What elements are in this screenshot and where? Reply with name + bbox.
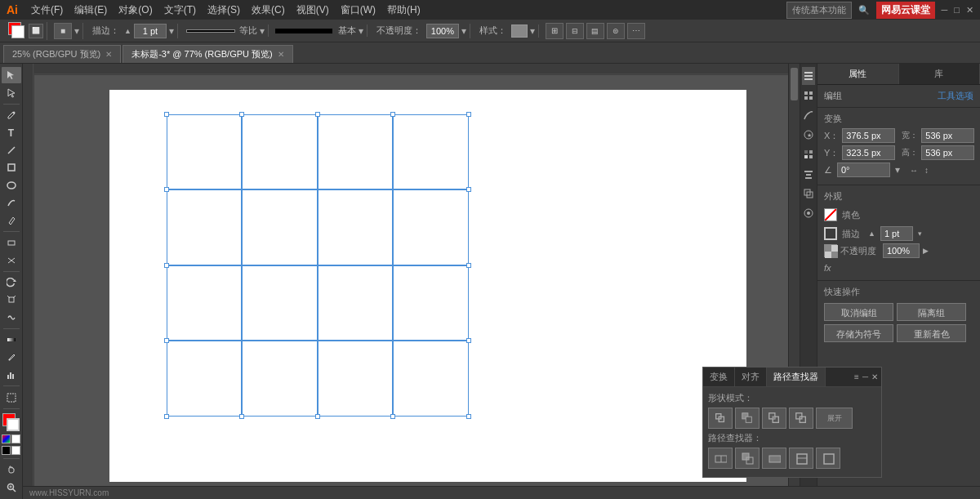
stroke-value-input[interactable] — [880, 226, 913, 241]
align-panel-icon[interactable] — [802, 165, 815, 183]
pathfinder-panel-icon[interactable] — [802, 185, 815, 203]
scroll-thumb-vertical[interactable] — [791, 68, 798, 100]
stroke-up-icon[interactable]: ▲ — [868, 229, 875, 238]
toolbar-grid-btn[interactable]: ⊟ — [566, 23, 584, 39]
stroke-down-icon[interactable]: ▾ — [918, 229, 922, 238]
tool-hand[interactable] — [2, 461, 21, 478]
fill-none-btn[interactable]: ⬜ — [29, 24, 43, 38]
tool-options-btn[interactable]: 工具选项 — [938, 90, 973, 102]
toolbar-transform-btn[interactable]: ▤ — [586, 23, 604, 39]
opacity-dropdown[interactable]: ▾ — [461, 25, 466, 37]
selection-handle[interactable] — [315, 112, 320, 117]
selection-handle[interactable] — [390, 414, 395, 419]
menu-select[interactable]: 选择(S) — [203, 2, 245, 19]
tool-scissors[interactable] — [2, 252, 21, 268]
fx-btn[interactable]: fx — [824, 263, 831, 273]
tab-1[interactable]: 25% (RGB/GPU 预览) ✕ — [3, 45, 121, 63]
tool-eraser[interactable] — [2, 234, 21, 251]
selection-handle[interactable] — [164, 112, 169, 117]
no-color-btn[interactable] — [11, 434, 20, 443]
stroke-input[interactable] — [134, 24, 167, 38]
h-input[interactable] — [921, 145, 974, 160]
toolbar-align-btn[interactable]: ⊜ — [607, 23, 625, 39]
selection-handle[interactable] — [466, 338, 471, 343]
fp-tab-transform[interactable]: 变换 — [703, 368, 735, 386]
selection-handle[interactable] — [315, 414, 320, 419]
swatches-panel-icon[interactable] — [802, 145, 815, 163]
tab-library[interactable]: 库 — [899, 64, 981, 84]
stroke-unit-dropdown[interactable]: ▾ — [169, 25, 174, 37]
selection-handle[interactable] — [164, 187, 169, 192]
menu-help[interactable]: 帮助(H) — [382, 2, 425, 19]
tab-1-close[interactable]: ✕ — [105, 50, 112, 59]
tab-2[interactable]: 未标题-3* @ 77% (RGB/GPU 预览) ✕ — [122, 45, 293, 63]
pf-outline-btn[interactable] — [816, 448, 840, 469]
tool-rotate[interactable] — [2, 274, 21, 291]
menu-view[interactable]: 视图(V) — [292, 2, 334, 19]
properties-panel-icon[interactable] — [802, 67, 815, 85]
selection-handle[interactable] — [239, 414, 244, 419]
tool-line[interactable] — [2, 142, 21, 158]
tool-select[interactable] — [2, 67, 21, 83]
menu-type[interactable]: 文字(T) — [159, 2, 201, 19]
stroke-up-arrow[interactable]: ▲ — [124, 27, 131, 35]
window-close[interactable]: ✕ — [966, 5, 973, 16]
tool-scale[interactable] — [2, 292, 21, 308]
fp-tab-pathfinder[interactable]: 路径查找器 — [767, 368, 826, 386]
ungroup-btn[interactable]: 取消编组 — [824, 303, 893, 321]
y-input[interactable] — [842, 145, 895, 160]
opacity-input[interactable] — [426, 24, 459, 38]
style-swatch[interactable] — [511, 25, 528, 38]
menu-object[interactable]: 对象(O) — [114, 2, 157, 19]
angle-dropdown[interactable]: ▾ — [895, 164, 900, 176]
window-maximize[interactable]: □ — [954, 5, 960, 15]
angle-input[interactable] — [837, 163, 890, 177]
opacity-arrow-right[interactable]: ▶ — [923, 247, 929, 255]
selection-handle[interactable] — [164, 414, 169, 419]
tool-eyedropper[interactable] — [2, 350, 21, 366]
flip-v-btn[interactable]: ↕ — [924, 166, 929, 175]
recolor-btn[interactable]: 重新着色 — [897, 324, 966, 342]
canvas-area[interactable] — [23, 64, 800, 499]
menu-file[interactable]: 文件(F) — [26, 2, 68, 19]
shape-intersect-btn[interactable] — [762, 408, 786, 429]
tool-rect[interactable] — [2, 159, 21, 176]
tool-artboard[interactable] — [2, 389, 21, 405]
fill-color-swatch[interactable] — [824, 208, 837, 221]
selection-handle[interactable] — [239, 112, 244, 117]
selection-handle[interactable] — [164, 263, 169, 268]
pf-crop-btn[interactable] — [789, 448, 813, 469]
search-icon[interactable]: 🔍 — [858, 5, 870, 16]
tool-ellipse[interactable] — [2, 177, 21, 194]
appearance-panel-icon[interactable] — [802, 204, 815, 222]
pf-divide-btn[interactable] — [708, 448, 733, 469]
tool-direct-select[interactable] — [2, 84, 21, 100]
shape-mode-expand-btn[interactable]: 展开 — [816, 408, 853, 429]
toolbar-square-btn[interactable]: ■ — [54, 23, 72, 39]
toolbar-stroke-dropdown[interactable]: ▾ — [260, 25, 265, 37]
selection-handle[interactable] — [390, 112, 395, 117]
fill-stroke-indicator[interactable] — [8, 22, 26, 40]
style-dropdown[interactable]: ▾ — [530, 25, 535, 37]
selection-handle[interactable] — [466, 112, 471, 117]
color-mode-btn[interactable] — [2, 434, 11, 443]
toolbar-more-btn[interactable]: ⋯ — [627, 23, 645, 39]
tool-type[interactable]: T — [2, 124, 21, 140]
menu-effect[interactable]: 效果(C) — [247, 2, 290, 19]
symbols-panel-icon[interactable]: ★ — [802, 126, 815, 144]
stroke-style-dropdown[interactable]: ▾ — [359, 25, 363, 37]
fp-minimize-btn[interactable]: ─ — [862, 372, 868, 381]
x-input[interactable] — [842, 128, 895, 143]
layers-panel-icon[interactable] — [802, 87, 815, 105]
tool-gradient[interactable] — [2, 332, 21, 348]
pf-trim-btn[interactable] — [735, 448, 760, 469]
window-minimize[interactable]: ─ — [942, 5, 948, 15]
tool-pen[interactable] — [2, 107, 21, 123]
shape-unite-btn[interactable] — [708, 408, 733, 429]
save-symbol-btn[interactable]: 存储为符号 — [824, 324, 893, 342]
selection-handle[interactable] — [466, 187, 471, 192]
isolate-btn[interactable]: 隔离组 — [897, 303, 966, 321]
swap-black-btn[interactable] — [2, 446, 11, 455]
stroke-color-swatch[interactable] — [824, 227, 837, 240]
shape-exclude-btn[interactable] — [789, 408, 813, 429]
